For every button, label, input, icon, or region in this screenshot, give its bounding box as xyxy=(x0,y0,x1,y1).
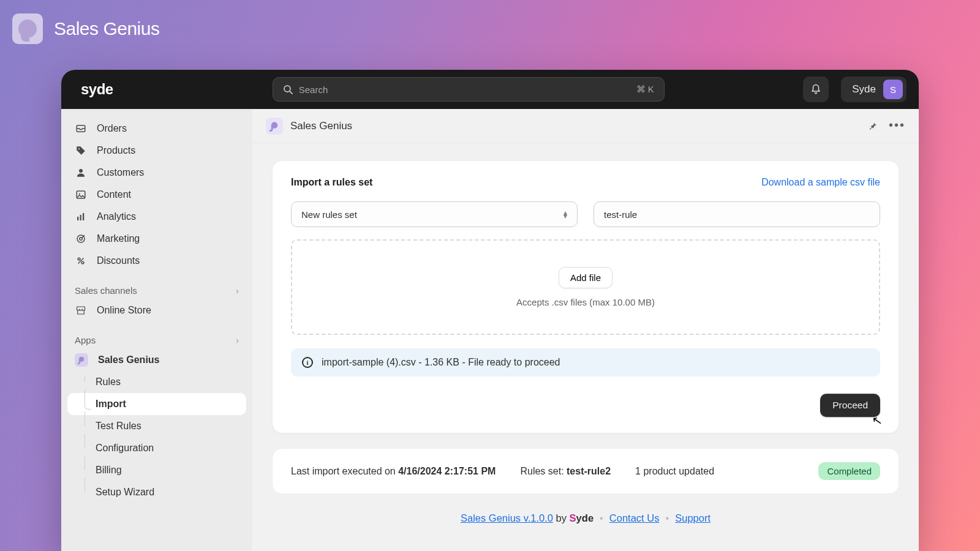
percent-icon xyxy=(75,255,87,266)
download-sample-link[interactable]: Download a sample csv file xyxy=(761,177,880,188)
svg-point-3 xyxy=(78,148,80,149)
sidebar-item-label: Import xyxy=(96,399,126,410)
sidebar-app-sales-genius[interactable]: Sales Genius xyxy=(67,349,246,371)
last-import-card: Last import executed on 4/16/2024 2:17:5… xyxy=(272,448,899,494)
select-caret-icon: ▴▾ xyxy=(564,211,567,218)
outer-title: Sales Genius xyxy=(54,18,159,39)
vendor-initial: S xyxy=(570,512,576,523)
search-input[interactable]: Search ⌘ K xyxy=(273,77,665,102)
svg-rect-7 xyxy=(77,217,78,220)
user-name: Syde xyxy=(852,83,876,96)
sidebar: Orders Products Customers Content Analyt… xyxy=(61,109,252,551)
sidebar-sub-billing[interactable]: Billing xyxy=(67,459,246,481)
sidebar-item-online-store[interactable]: Online Store xyxy=(67,299,246,321)
target-icon xyxy=(75,233,87,244)
input-value: test-rule xyxy=(604,209,637,220)
rules-set-prefix: Rules set: xyxy=(520,466,567,476)
add-file-button[interactable]: Add file xyxy=(559,267,612,288)
brand-logo: syde xyxy=(81,81,113,98)
user-menu[interactable]: Syde S xyxy=(841,77,907,102)
sidebar-item-customers[interactable]: Customers xyxy=(67,162,246,184)
bell-icon xyxy=(810,84,821,95)
sidebar-item-orders[interactable]: Orders xyxy=(67,118,246,140)
section-label: Apps xyxy=(75,335,96,345)
svg-point-4 xyxy=(79,169,83,173)
sidebar-sub-test-rules[interactable]: Test Rules xyxy=(67,415,246,437)
page-header: Sales Genius ••• xyxy=(252,109,919,143)
last-import-time: 4/16/2024 2:17:51 PM xyxy=(398,466,496,476)
more-button[interactable]: ••• xyxy=(889,121,905,132)
version-link[interactable]: Sales Genius v.1.0.0 xyxy=(461,512,553,523)
search-icon xyxy=(283,84,293,94)
sidebar-item-label: Products xyxy=(97,145,135,156)
sidebar-item-label: Online Store xyxy=(97,305,151,316)
file-info-banner: i import-sample (4).csv - 1.36 KB - File… xyxy=(291,348,880,377)
tag-icon xyxy=(75,145,87,156)
svg-rect-8 xyxy=(80,215,81,220)
sidebar-item-content[interactable]: Content xyxy=(67,184,246,206)
sidebar-item-label: Discounts xyxy=(97,255,140,266)
import-card: Import a rules set Download a sample csv… xyxy=(272,160,899,433)
svg-point-13 xyxy=(81,261,84,264)
app-logo-icon xyxy=(75,353,88,367)
outer-branding: Sales Genius xyxy=(12,13,159,44)
last-import-prefix: Last import executed on xyxy=(291,466,398,476)
app-logo-icon xyxy=(266,118,283,135)
svg-rect-9 xyxy=(83,213,84,220)
sidebar-item-marketing[interactable]: Marketing xyxy=(67,228,246,250)
apps-header[interactable]: Apps › xyxy=(67,321,246,349)
sidebar-sub-setup-wizard[interactable]: Setup Wizard xyxy=(67,481,246,503)
support-link[interactable]: Support xyxy=(675,512,710,523)
avatar: S xyxy=(883,80,903,99)
sidebar-item-label: Orders xyxy=(97,123,127,134)
svg-line-14 xyxy=(78,258,84,264)
file-dropzone[interactable]: Add file Accepts .csv files (max 10.00 M… xyxy=(291,239,880,335)
notifications-button[interactable] xyxy=(803,77,829,102)
sidebar-item-label: Content xyxy=(97,189,131,200)
store-icon xyxy=(75,305,87,316)
rules-set-name: test-rule2 xyxy=(567,466,611,476)
rules-set-select[interactable]: New rules set ▴▾ xyxy=(291,201,578,227)
sidebar-app-label: Sales Genius xyxy=(98,354,160,365)
sidebar-item-label: Analytics xyxy=(97,211,136,222)
status-badge: Completed xyxy=(818,462,880,480)
topbar: syde Search ⌘ K Syde S xyxy=(61,70,919,109)
inbox-icon xyxy=(75,123,87,134)
sidebar-item-label: Setup Wizard xyxy=(96,487,154,498)
sidebar-item-label: Billing xyxy=(96,465,122,476)
dropzone-hint: Accepts .csv files (max 10.00 MB) xyxy=(516,297,655,307)
sidebar-item-discounts[interactable]: Discounts xyxy=(67,250,246,272)
image-icon xyxy=(75,189,87,200)
search-shortcut: ⌘ K xyxy=(636,84,654,95)
section-label: Sales channels xyxy=(75,285,137,296)
svg-point-6 xyxy=(79,193,80,194)
pin-button[interactable] xyxy=(867,121,878,132)
sales-channels-header[interactable]: Sales channels › xyxy=(67,272,246,299)
sidebar-item-label: Configuration xyxy=(96,443,154,454)
updated-count: 1 product updated xyxy=(635,466,714,477)
sidebar-item-label: Customers xyxy=(97,167,144,178)
sidebar-item-label: Test Rules xyxy=(96,421,141,432)
sidebar-item-products[interactable]: Products xyxy=(67,140,246,162)
footer-by: by xyxy=(553,512,570,523)
svg-point-12 xyxy=(78,258,80,260)
contact-link[interactable]: Contact Us xyxy=(609,512,660,523)
sidebar-sub-import[interactable]: Import xyxy=(67,393,246,415)
app-logo-icon xyxy=(12,13,43,44)
app-window: syde Search ⌘ K Syde S Orders xyxy=(61,70,919,551)
select-value: New rules set xyxy=(301,209,357,220)
chevron-right-icon: › xyxy=(236,335,239,345)
bar-chart-icon xyxy=(75,211,87,222)
sidebar-item-analytics[interactable]: Analytics xyxy=(67,206,246,228)
sidebar-sub-configuration[interactable]: Configuration xyxy=(67,437,246,459)
sidebar-item-label: Marketing xyxy=(97,233,140,244)
sidebar-sub-rules[interactable]: Rules xyxy=(67,371,246,393)
rules-set-name-input[interactable]: test-rule xyxy=(594,201,880,227)
footer: Sales Genius v.1.0.0 by Syde•Contact Us•… xyxy=(272,509,899,524)
page-title: Sales Genius xyxy=(290,120,352,132)
proceed-button[interactable]: Proceed xyxy=(820,394,880,417)
person-icon xyxy=(75,167,87,178)
banner-text: import-sample (4).csv - 1.36 KB - File r… xyxy=(322,357,560,368)
import-card-title: Import a rules set xyxy=(291,177,372,188)
search-placeholder: Search xyxy=(299,84,636,95)
